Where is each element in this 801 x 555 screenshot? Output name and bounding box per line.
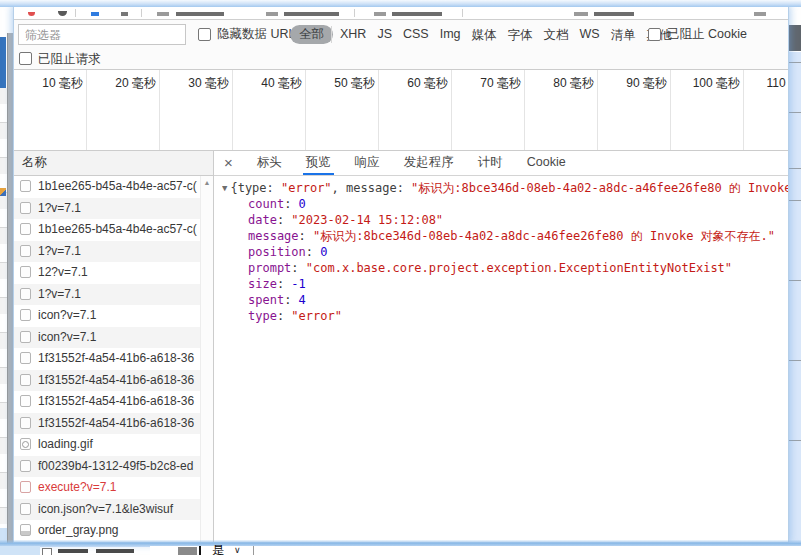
- screen: 隐藏数据 URL 全部 XHRJSCSSImg媒体字体文档WS清单其他 已阻止 …: [0, 0, 801, 555]
- timeline-tick-label: 20 毫秒: [87, 70, 160, 150]
- request-name: 1b1ee265-b45a-4b4e-ac57-c(: [38, 179, 197, 193]
- detail-tab[interactable]: 响应: [355, 151, 380, 175]
- close-icon[interactable]: ×: [224, 151, 233, 175]
- blocked-cookies-checkbox[interactable]: [648, 28, 661, 41]
- dropdown-value[interactable]: 是: [212, 545, 224, 555]
- detail-tab[interactable]: 计时: [478, 151, 503, 175]
- json-key: date: [248, 213, 277, 227]
- filter-input[interactable]: [18, 24, 186, 45]
- name-column-header[interactable]: 名称: [14, 151, 213, 176]
- detail-tab[interactable]: Cookie: [527, 151, 566, 175]
- request-name: 1?v=7.1: [38, 244, 81, 258]
- timeline-tick-label: 30 毫秒: [160, 70, 233, 150]
- toolbar-fragment: [392, 12, 442, 16]
- background-scrollbar-thumb[interactable]: [789, 25, 801, 51]
- detail-tab[interactable]: 发起程序: [404, 151, 454, 175]
- background-text-fragment: [58, 549, 88, 553]
- json-colon: :: [277, 309, 291, 323]
- request-row[interactable]: 1f31552f-4a54-41b6-a618-36: [14, 413, 200, 435]
- detail-tab[interactable]: 预览: [306, 151, 331, 175]
- request-row[interactable]: 12?v=7.1: [14, 262, 200, 284]
- request-name: icon?v=7.1: [38, 308, 96, 322]
- request-row[interactable]: 1b1ee265-b45a-4b4e-ac57-c(: [14, 219, 200, 241]
- json-colon: :: [291, 261, 305, 275]
- type-filter[interactable]: WS: [580, 27, 600, 44]
- json-value: 0: [320, 245, 327, 259]
- background-gridline: [789, 168, 801, 169]
- json-property-line: date: "2023-02-14 15:12:08": [222, 212, 788, 228]
- background-text-fragment: [96, 549, 134, 553]
- file-type-icon: [20, 524, 31, 536]
- detail-tab[interactable]: 标头: [257, 151, 282, 175]
- json-value: "标识为:8bce346d-08eb-4a02-a8dc-a46fee26fe8…: [313, 229, 775, 243]
- filter-pill-all[interactable]: 全部: [290, 25, 333, 44]
- file-type-icon: [20, 180, 31, 192]
- request-name: 1f31552f-4a54-41b6-a618-36: [38, 394, 194, 408]
- file-type-icon: [20, 374, 31, 386]
- request-row[interactable]: 1?v=7.1: [14, 198, 200, 220]
- request-row[interactable]: order_gray.png: [14, 520, 200, 542]
- request-row[interactable]: icon.json?v=7.1&le3wisuf: [14, 499, 200, 521]
- blocked-requests-label: 已阻止请求: [38, 52, 101, 67]
- request-row[interactable]: loading.gif: [14, 434, 200, 456]
- request-name: 1b1ee265-b45a-4b4e-ac57-c(: [38, 222, 197, 236]
- json-token: type: [238, 181, 267, 195]
- json-property-line: size: -1: [222, 276, 788, 292]
- request-row[interactable]: f00239b4-1312-49f5-b2c8-ed: [14, 456, 200, 478]
- type-filter[interactable]: 文档: [544, 27, 569, 44]
- request-name: 1f31552f-4a54-41b6-a618-36: [38, 373, 194, 387]
- request-name: 1?v=7.1: [38, 201, 81, 215]
- request-name: 1?v=7.1: [38, 287, 81, 301]
- json-key: prompt: [248, 261, 291, 275]
- json-value: 4: [299, 293, 306, 307]
- foreground-block: [178, 547, 197, 555]
- dropdown-caret-icon[interactable]: ∨: [234, 545, 241, 555]
- request-list-scrollbar[interactable]: ▲: [200, 176, 213, 542]
- request-name: order_gray.png: [38, 523, 119, 537]
- type-filter[interactable]: XHR: [340, 27, 366, 44]
- timeline-ruler[interactable]: 10 毫秒20 毫秒30 毫秒40 毫秒50 毫秒60 毫秒70 毫秒80 毫秒…: [14, 70, 788, 151]
- toolbar-separator: [354, 9, 355, 17]
- detail-tab-bar: × 标头预览响应发起程序计时Cookie: [214, 151, 788, 176]
- toolbar-separator: [75, 9, 76, 17]
- request-row[interactable]: 1b1ee265-b45a-4b4e-ac57-c(: [14, 176, 200, 198]
- hide-data-urls-checkbox[interactable]: [198, 28, 211, 41]
- json-colon: :: [299, 229, 313, 243]
- foreground-divider: [253, 546, 254, 555]
- request-row[interactable]: 1f31552f-4a54-41b6-a618-36: [14, 348, 200, 370]
- json-token: ,: [332, 181, 346, 195]
- blocked-requests-checkbox[interactable]: [19, 52, 32, 65]
- background-gridline: [789, 112, 801, 113]
- type-filter[interactable]: 媒体: [472, 27, 497, 44]
- background-gridline: [789, 200, 801, 201]
- timeline-tick-label: 50 毫秒: [306, 70, 379, 150]
- request-row[interactable]: icon?v=7.1: [14, 305, 200, 327]
- request-list: 1b1ee265-b45a-4b4e-ac57-c( 1?v=7.1 1b1ee…: [14, 176, 213, 542]
- json-colon: :: [306, 245, 320, 259]
- file-type-icon: [20, 331, 31, 343]
- type-filter[interactable]: 清单: [611, 27, 636, 44]
- toolbar-fragment: [284, 12, 339, 16]
- request-row[interactable]: execute?v=7.1: [14, 477, 200, 499]
- expander-icon[interactable]: ▼: [222, 180, 227, 196]
- type-filter[interactable]: JS: [377, 27, 392, 44]
- json-colon: :: [277, 277, 291, 291]
- file-type-icon: [20, 245, 31, 257]
- request-row[interactable]: 1f31552f-4a54-41b6-a618-36: [14, 370, 200, 392]
- request-row[interactable]: 1?v=7.1: [14, 241, 200, 263]
- request-row[interactable]: 1?v=7.1: [14, 284, 200, 306]
- record-button[interactable]: [28, 12, 35, 16]
- request-row[interactable]: icon?v=7.1: [14, 327, 200, 349]
- type-filter[interactable]: Img: [440, 27, 461, 44]
- type-filter[interactable]: 字体: [508, 27, 533, 44]
- clear-button[interactable]: [58, 11, 67, 16]
- search-button[interactable]: [121, 12, 128, 16]
- filter-separator: [331, 26, 332, 43]
- json-value: 0: [299, 197, 306, 211]
- type-filter[interactable]: CSS: [403, 27, 429, 44]
- background-gridline: [789, 280, 801, 281]
- scrollbar-up-arrow[interactable]: ▲: [201, 176, 213, 190]
- filter-button[interactable]: [91, 12, 99, 16]
- json-colon: :: [277, 213, 291, 227]
- request-row[interactable]: 1f31552f-4a54-41b6-a618-36: [14, 391, 200, 413]
